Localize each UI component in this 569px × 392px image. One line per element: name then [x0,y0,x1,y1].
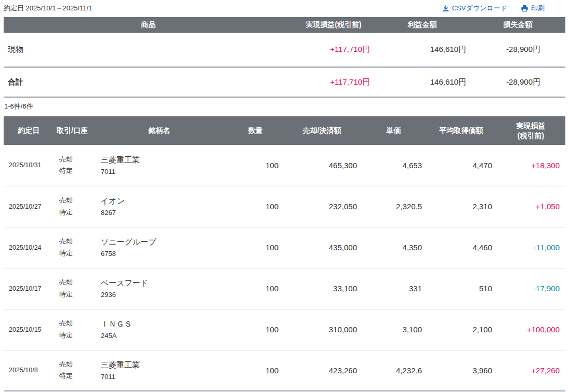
pnl-value: +27,260 [496,350,565,391]
stock-code: 2936 [101,291,228,299]
quantity-value: 100 [228,268,283,309]
detail-header-name: 銘柄名 [90,116,228,145]
settlement-period-label: 約定日 2025/10/1～2025/11/1 [4,4,92,13]
detail-table: 約定日 取引/口座 銘柄名 数量 売却/決済額 単価 平均取得価額 実現損益 (… [4,116,565,391]
table-row: 2025/10/8 売却 特定 三菱重工業 7011 100 423,260 4… [4,350,565,391]
summary-total-profit-value: 146,610円 [374,67,470,97]
stock-code: 7011 [101,168,228,175]
proceeds-value: 232,050 [283,186,361,227]
summary-header-product: 商品 [4,17,293,33]
stock-name: ＩＮＧＳ [101,319,228,329]
trade-type: 売却 [59,237,73,245]
summary-row-cash: 現物 +117,710円 146,610円 -28,900円 [4,33,565,67]
trade-type: 売却 [59,319,73,327]
avg-cost-value: 4,460 [426,227,496,268]
summary-table: 商品 実現損益(税引前) 利益金額 損失金額 現物 +117,710円 146,… [4,17,565,98]
stock-code: 245A [101,332,228,340]
avg-cost-value: 2,310 [426,186,496,227]
summary-pnl-value: +117,710円 [293,33,374,67]
trade-account-cell: 売却 特定 [54,309,90,350]
pnl-value: -17,900 [496,268,565,309]
unit-price-value: 4,350 [361,227,426,268]
trade-account-cell: 売却 特定 [54,186,90,227]
summary-product-label: 現物 [4,33,293,67]
unit-price-value: 3,100 [361,309,426,350]
avg-cost-value: 4,470 [426,145,496,186]
table-row: 2025/10/17 売却 特定 ベースフード 2936 100 33,100 … [4,268,565,309]
table-row: 2025/10/15 売却 特定 ＩＮＧＳ 245A 100 310,000 3… [4,309,565,350]
trade-date: 2025/10/27 [4,186,54,227]
pnl-value: +100,000 [496,309,565,350]
trade-type: 売却 [59,278,73,286]
summary-total-pnl-value: +117,710円 [293,67,374,97]
toolbar: 約定日 2025/10/1～2025/11/1 CSVダウンロード [4,0,565,17]
quantity-value: 100 [228,350,283,391]
summary-header-row: 商品 実現損益(税引前) 利益金額 損失金額 [4,17,565,33]
stock-code: 6758 [101,250,228,258]
download-icon [442,5,449,12]
detail-header-avg-cost: 平均取得価額 [426,116,496,145]
proceeds-value: 465,300 [283,145,361,186]
proceeds-value: 33,100 [283,268,361,309]
csv-download-label: CSVダウンロード [452,4,507,13]
summary-loss-value: -28,900円 [470,33,565,67]
account-type: 特定 [59,290,73,298]
detail-header-trade-account: 取引/口座 [54,116,90,145]
unit-price-value: 331 [361,268,426,309]
trade-account-cell: 売却 特定 [54,227,90,268]
print-link[interactable]: 印刷 [521,4,545,13]
quantity-value: 100 [228,186,283,227]
table-row: 2025/10/31 売却 特定 三菱重工業 7011 100 465,300 … [4,145,565,186]
detail-header-pnl-line1: 実現損益 [517,121,546,130]
pnl-value: +18,300 [496,145,565,186]
account-type: 特定 [59,208,73,216]
stock-name-cell: 三菱重工業 7011 [90,145,228,186]
csv-download-link[interactable]: CSVダウンロード [442,4,507,13]
pnl-value: -11,000 [496,227,565,268]
unit-price-value: 4,232.6 [361,350,426,391]
detail-header-proceeds: 売却/決済額 [283,116,361,145]
detail-header-date: 約定日 [4,116,54,145]
avg-cost-value: 3,960 [426,350,496,391]
trade-account-cell: 売却 特定 [54,268,90,309]
table-row: 2025/10/27 売却 特定 イオン 8267 100 232,050 2,… [4,186,565,227]
summary-total-loss-value: -28,900円 [470,67,565,97]
summary-header-loss: 損失金額 [470,17,565,33]
printer-icon [521,5,528,12]
proceeds-value: 310,000 [283,309,361,350]
avg-cost-value: 510 [426,268,496,309]
print-label: 印刷 [531,4,545,13]
detail-header-qty: 数量 [228,116,283,145]
stock-name: 三菱重工業 [101,155,228,165]
quantity-value: 100 [228,145,283,186]
trade-date: 2025/10/24 [4,227,54,268]
pagination-count: 1-6件/6件 [4,98,565,116]
proceeds-value: 435,000 [283,227,361,268]
summary-header-profit: 利益金額 [374,17,470,33]
summary-profit-value: 146,610円 [374,33,470,67]
trade-date: 2025/10/15 [4,309,54,350]
realized-pnl-page: 約定日 2025/10/1～2025/11/1 CSVダウンロード [0,0,569,391]
table-row: 2025/10/24 売却 特定 ソニーグループ 6758 100 435,00… [4,227,565,268]
avg-cost-value: 2,100 [426,309,496,350]
unit-price-value: 2,320.5 [361,186,426,227]
stock-name-cell: ソニーグループ 6758 [90,227,228,268]
stock-name-cell: ＩＮＧＳ 245A [90,309,228,350]
quantity-value: 100 [228,309,283,350]
stock-name: ベースフード [101,278,228,288]
summary-row-total: 合計 +117,710円 146,610円 -28,900円 [4,67,565,97]
detail-header-row: 約定日 取引/口座 銘柄名 数量 売却/決済額 単価 平均取得価額 実現損益 (… [4,116,565,145]
account-type: 特定 [59,249,73,257]
summary-header-pnl: 実現損益(税引前) [293,17,374,33]
proceeds-value: 423,260 [283,350,361,391]
trade-date: 2025/10/17 [4,268,54,309]
unit-price-value: 4,653 [361,145,426,186]
stock-name: 三菱重工業 [101,360,228,370]
summary-total-label: 合計 [4,67,293,97]
trade-account-cell: 売却 特定 [54,350,90,391]
pnl-value: +1,050 [496,186,565,227]
stock-name: イオン [101,196,228,206]
detail-header-unit-price: 単価 [361,116,426,145]
detail-header-pnl-line2: (税引前) [518,131,544,140]
trade-account-cell: 売却 特定 [54,145,90,186]
